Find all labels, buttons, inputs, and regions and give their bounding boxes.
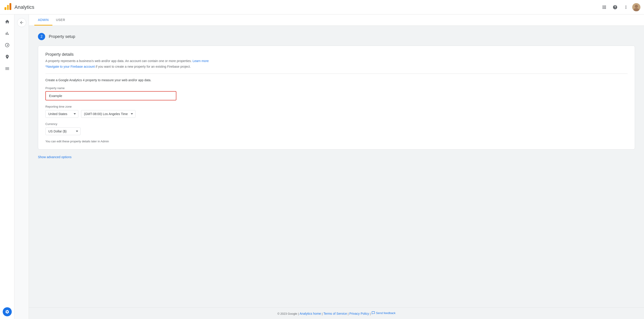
analytics-logo-svg: [4, 2, 12, 11]
svg-rect-0: [4, 7, 6, 10]
header: Analytics: [0, 0, 644, 14]
app-body: ADMIN USER 2 Property setup Property det…: [0, 14, 644, 319]
svg-rect-2: [10, 3, 11, 10]
sidebar-bottom: [3, 307, 12, 316]
settings-icon: [5, 310, 10, 314]
sidebar-item-advertising[interactable]: [2, 51, 13, 62]
timezone-row: United States United Kingdom Canada Aust…: [46, 110, 628, 118]
property-name-label: Property name: [46, 86, 628, 90]
sidebar-secondary: [14, 14, 29, 319]
feedback-icon: [372, 311, 375, 315]
app-title: Analytics: [14, 4, 34, 10]
svg-rect-1: [7, 5, 9, 10]
footer-copyright: © 2023 Google: [277, 312, 297, 316]
create-description: Create a Google Analytics 4 property to …: [46, 78, 628, 82]
footer-separator-4: |: [370, 312, 372, 316]
card-divider: [46, 73, 628, 74]
home-icon: [5, 19, 10, 24]
svg-point-4: [635, 5, 638, 8]
learn-more-link[interactable]: Learn more: [192, 59, 209, 63]
property-name-input[interactable]: [46, 91, 176, 100]
sidebar-item-home[interactable]: [2, 16, 13, 27]
firebase-description: *Navigate to your Firebase account if yo…: [46, 64, 628, 69]
apps-button[interactable]: [600, 3, 609, 12]
send-feedback-text: Send feedback: [376, 311, 396, 315]
main-content: ADMIN USER 2 Property setup Property det…: [29, 14, 644, 319]
header-right: [600, 3, 640, 12]
back-icon: [20, 20, 24, 25]
property-details-description: A property represents a business's web a…: [46, 59, 628, 63]
footer-link-privacy[interactable]: Privacy Policy: [349, 312, 369, 316]
advertising-icon: [5, 54, 10, 59]
sidebar-narrow: [0, 14, 14, 319]
footer: © 2023 Google | Analytics home | Terms o…: [29, 307, 644, 319]
sidebar-item-reports[interactable]: [2, 28, 13, 39]
back-button[interactable]: [17, 18, 26, 27]
edit-note: You can edit these property details late…: [46, 140, 628, 143]
step-title: Property setup: [49, 34, 75, 39]
step-badge: 2: [38, 33, 45, 40]
more-icon: [624, 5, 628, 10]
country-select[interactable]: United States United Kingdom Canada Aust…: [46, 110, 78, 118]
send-feedback-link[interactable]: Send feedback: [372, 311, 396, 315]
tab-user[interactable]: USER: [52, 14, 69, 25]
avatar-image: [632, 3, 640, 11]
sidebar-item-configure[interactable]: [2, 63, 13, 74]
sidebar-item-explore[interactable]: [2, 40, 13, 50]
more-button[interactable]: [622, 3, 630, 12]
avatar[interactable]: [632, 3, 640, 11]
help-icon: [612, 5, 618, 10]
help-button[interactable]: [610, 3, 620, 12]
timezone-label: Reporting time zone: [46, 105, 628, 108]
firebase-link[interactable]: *Navigate to your Firebase account: [46, 65, 95, 68]
settings-button[interactable]: [3, 307, 12, 316]
configure-icon: [5, 66, 10, 71]
content-area: 2 Property setup Property details A prop…: [29, 26, 644, 307]
explore-icon: [5, 43, 10, 48]
footer-separator-1: |: [298, 312, 300, 316]
footer-link-terms[interactable]: Terms of Service: [323, 312, 347, 316]
property-details-title: Property details: [46, 52, 628, 57]
header-left: Analytics: [4, 3, 34, 11]
step-header: 2 Property setup: [38, 33, 635, 40]
tab-bar: ADMIN USER: [29, 14, 644, 26]
footer-link-analytics-home[interactable]: Analytics home: [300, 312, 321, 316]
advanced-options-link[interactable]: Show advanced options: [38, 155, 72, 159]
apps-icon: [602, 5, 607, 10]
tab-admin[interactable]: ADMIN: [34, 14, 52, 25]
analytics-logo: [4, 3, 12, 11]
reports-icon: [5, 31, 10, 36]
timezone-select[interactable]: (GMT-08:00) Los Angeles Time (GMT-05:00)…: [81, 110, 136, 118]
currency-row: US Dollar ($) Euro (€) British Pound (£)…: [46, 127, 628, 135]
property-details-card: Property details A property represents a…: [38, 45, 635, 150]
currency-select[interactable]: US Dollar ($) Euro (€) British Pound (£)…: [46, 127, 80, 135]
currency-label: Currency: [46, 122, 628, 126]
